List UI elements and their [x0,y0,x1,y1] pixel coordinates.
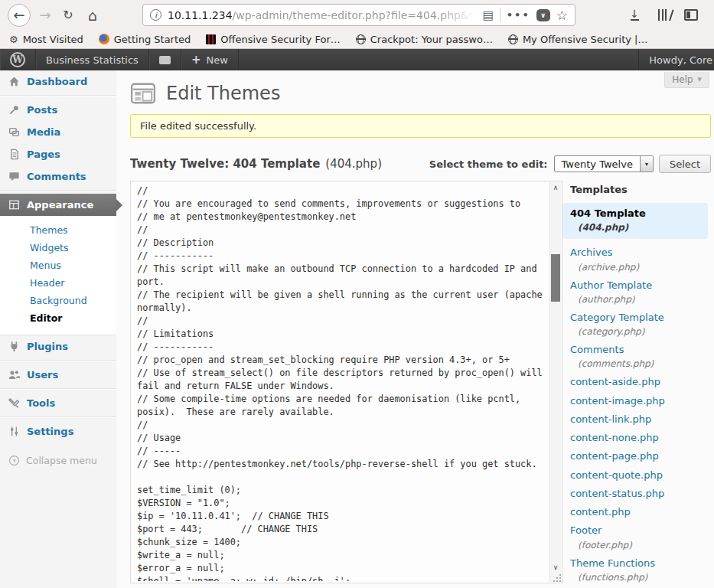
templates-heading: Templates [562,184,708,195]
submenu-item-widgets[interactable]: Widgets [0,239,116,256]
wp-admin-bar: W Business Statistics +New Howdy, Core [0,49,714,70]
selected-theme-value: Twenty Twelve [555,156,640,172]
template-link[interactable]: Comments [570,344,624,356]
page-actions-icon[interactable]: ••• [507,9,530,21]
browser-chrome: ← → ↻ ⌂ i 10.11.1.234/wp-admin/theme-edi… [0,0,714,49]
sidebar-separator [0,360,116,361]
success-notice: File edited successfully. [130,114,711,138]
bookmark-getting-started[interactable]: Getting Started [99,34,191,45]
download-bar [631,19,639,21]
theme-select-dropdown[interactable]: Twenty Twelve ▾ [554,155,654,172]
submenu-item-header[interactable]: Header [0,274,116,292]
sidebar-item-label: Settings [27,426,73,437]
template-file-name: (404.php) [570,222,700,234]
sidebar-item-pages[interactable]: Pages [0,143,116,165]
sidebar-separator [0,95,116,96]
template-link[interactable]: 404 Template [570,207,646,220]
submenu-item-menus[interactable]: Menus [0,256,116,274]
comments-menu[interactable] [149,49,181,70]
template-list-item: 404 Template (404.php) [562,203,708,239]
site-info-icon[interactable]: i [150,9,161,21]
sidebar-item-label: Tools [27,397,55,409]
site-name-label: Business Statistics [46,54,139,66]
sidebar-item-plugins[interactable]: Plugins [0,335,116,358]
collapse-menu-button[interactable]: Collapse menu [0,455,116,466]
submenu-item-editor[interactable]: Editor [0,309,116,327]
file-title: Twenty Twelve: 404 Template [130,157,320,171]
chevron-down-icon: ▼ [698,77,702,83]
template-link[interactable]: Category Template [570,312,664,324]
wp-logo-menu[interactable]: W [0,49,36,70]
scroll-down-arrow[interactable]: ∨ [550,562,561,573]
media-icon [8,126,20,138]
sidebar-item-comments[interactable]: Comments [0,165,116,188]
bookmark-most-visited[interactable]: ⚙Most Visited [9,34,83,45]
template-link[interactable]: content-quote.php [570,469,663,482]
submenu-item-themes[interactable]: Themes [0,221,116,239]
template-link[interactable]: content-link.php [570,413,651,426]
sidebar-toggle-button[interactable] [684,9,698,21]
scrollbar-thumb[interactable] [551,254,560,302]
template-link[interactable]: Theme Functions [570,557,655,570]
appearance-icon [8,199,20,211]
template-link[interactable]: content.php [570,506,631,518]
template-link[interactable]: Author Template [570,279,652,292]
sidebar-item-tools[interactable]: Tools [0,392,116,414]
template-link[interactable]: content-aside.php [570,376,660,388]
editor-scrollbar[interactable]: ∧ ∨ [549,182,561,582]
template-link[interactable]: content-status.php [570,488,664,500]
templates-panel: Templates 404 Template (404.php) Archive… [562,184,708,588]
sidebar-item-settings[interactable]: Settings [0,420,116,443]
sidebar-item-appearance[interactable]: Appearance [0,194,116,216]
home-button[interactable]: ⌂ [83,5,103,26]
sidebar-item-label: Users [27,369,58,381]
code-text[interactable]: // // You are encouraged to send comment… [132,183,549,581]
sidebar-item-media[interactable]: Media [0,121,116,143]
collapse-arrow-icon [8,455,20,466]
template-link[interactable]: content-none.php [570,432,659,444]
forward-button[interactable]: → [35,5,55,26]
bookmark-star-icon[interactable]: ☆ [556,8,568,23]
template-link[interactable]: content-page.php [570,450,659,462]
help-label: Help [672,74,693,85]
new-label: New [206,54,227,66]
help-button[interactable]: Help▼ [664,72,709,88]
urlbar-separator [500,8,500,22]
template-link[interactable]: Archives [570,247,612,259]
bookmark-offensive-security[interactable]: Offensive Security For… [206,34,340,45]
select-theme-button[interactable]: Select [659,155,711,173]
page-title-text: Edit Themes [166,83,280,104]
template-list-item: Theme Functions (functions.php) [562,557,708,583]
theme-code-editor[interactable]: // // You are encouraged to send comment… [130,181,562,583]
howdy-account-menu[interactable]: Howdy, Core [638,49,714,70]
sidebar-item-users[interactable]: Users [0,364,116,386]
library-button[interactable] [658,9,670,21]
main-content: Help▼ Edit Themes File edited successful… [116,70,714,588]
reader-mode-icon[interactable]: ▤ [483,8,494,22]
template-list-item: content-quote.php [562,469,708,482]
downloads-button[interactable]: ↓ [626,9,643,21]
address-bar[interactable]: i 10.11.1.234/wp-admin/theme-editor.php?… [142,4,575,26]
bookmark-label: Offensive Security For… [220,34,340,45]
url-text[interactable]: 10.11.1.234/wp-admin/theme-editor.php?fi… [168,9,477,21]
template-link[interactable]: content-image.php [570,395,665,407]
sidebar-item-label: Posts [27,104,57,116]
globe-icon [356,34,366,44]
browser-nav-toolbar: ← → ↻ ⌂ i 10.11.1.234/wp-admin/theme-edi… [0,0,714,30]
sidebar-item-label: Media [27,126,60,138]
new-content-menu[interactable]: +New [181,49,239,70]
reload-button[interactable]: ↻ [58,5,78,26]
template-link[interactable]: Footer [570,524,602,537]
submenu-item-background[interactable]: Background [0,292,116,309]
sidebar-item-dashboard[interactable]: Dashboard [0,70,116,93]
template-file-name: (comments.php) [570,358,708,370]
site-name-menu[interactable]: Business Statistics [36,49,149,70]
bookmark-label: My Offensive Security |… [523,34,648,45]
sidebar-item-posts[interactable]: Posts [0,99,116,121]
bookmark-my-offensive-security[interactable]: My Offensive Security |… [508,34,648,45]
template-list-item: content-status.php [562,488,708,500]
pocket-icon[interactable]: ∨ [536,9,550,21]
bookmark-crackpot[interactable]: Crackpot: Your passwo… [356,34,493,45]
scroll-up-arrow[interactable]: ∧ [550,182,561,193]
back-button[interactable]: ← [8,4,31,27]
